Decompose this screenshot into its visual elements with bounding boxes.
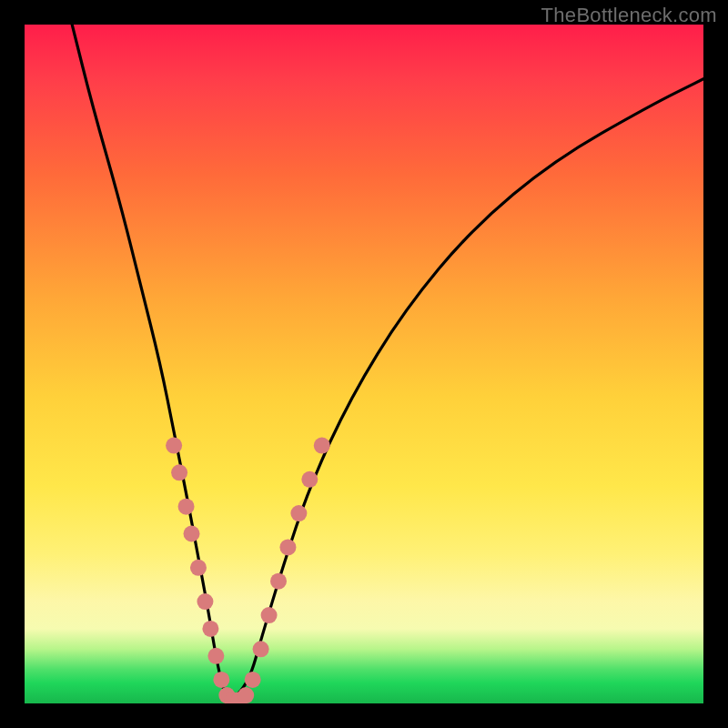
highlight-dot [190, 560, 207, 576]
plot-area [25, 25, 703, 703]
highlight-dot [202, 621, 218, 637]
curve-layer [25, 25, 703, 703]
highlight-dot [261, 607, 278, 623]
highlight-dot [213, 672, 229, 688]
highlight-dot [238, 687, 254, 703]
highlight-dot [178, 499, 195, 515]
bottleneck-curve [72, 25, 703, 698]
highlight-dot [301, 471, 318, 488]
highlight-dot [207, 648, 224, 664]
highlight-dot [253, 641, 269, 657]
highlight-dots-group [166, 438, 330, 703]
highlight-dot [290, 505, 307, 521]
highlight-dot [270, 573, 287, 590]
highlight-dot [314, 438, 330, 454]
highlight-dot [171, 464, 187, 480]
highlight-dot [166, 438, 182, 454]
highlight-dot [279, 539, 296, 555]
highlight-dot [197, 593, 213, 610]
highlight-dot [184, 526, 200, 542]
highlight-dot [245, 672, 261, 688]
watermark-text: TheBottleneck.com [541, 4, 717, 27]
chart-frame: TheBottleneck.com [0, 0, 728, 728]
